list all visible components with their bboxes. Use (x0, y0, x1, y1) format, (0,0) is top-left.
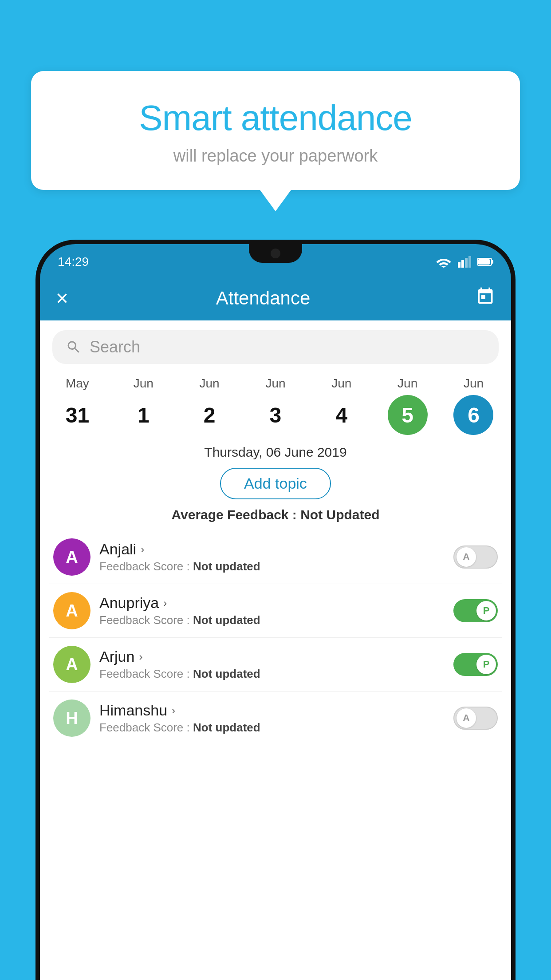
cal-month: Jun (464, 376, 484, 391)
avg-feedback-value: Not Updated (300, 507, 379, 522)
student-name: Himanshu › (99, 702, 445, 719)
toggle-knob: A (457, 547, 476, 567)
selected-date-label: Thursday, 06 June 2019 (40, 445, 511, 460)
attendance-toggle[interactable]: A (453, 707, 498, 730)
app-bar-title: Attendance (68, 288, 458, 309)
close-button[interactable]: × (56, 288, 68, 309)
screen-content: Search May31Jun1Jun2Jun3Jun4Jun5Jun6 Thu… (40, 320, 511, 980)
calendar-day[interactable]: May31 (48, 376, 106, 435)
attendance-toggle[interactable]: P (453, 599, 498, 622)
attendance-toggle[interactable]: P (453, 653, 498, 676)
student-info: Anjali ›Feedback Score : Not updated (99, 541, 445, 573)
toggle-knob: P (476, 601, 496, 620)
cal-month: Jun (265, 376, 285, 391)
cal-date: 4 (322, 395, 362, 435)
search-bar[interactable]: Search (52, 330, 499, 364)
cal-month: Jun (200, 376, 220, 391)
speech-bubble-container: Smart attendance will replace your paper… (31, 71, 520, 190)
phone-inner: 14:29 (40, 244, 511, 980)
cal-date: 5 (388, 395, 428, 435)
cal-date: 6 (453, 395, 493, 435)
student-info: Arjun ›Feedback Score : Not updated (99, 648, 445, 681)
cal-date: 3 (256, 395, 295, 435)
bubble-title: Smart attendance (58, 98, 493, 138)
student-item[interactable]: AAnjali ›Feedback Score : Not updatedA (49, 530, 502, 584)
calendar-strip: May31Jun1Jun2Jun3Jun4Jun5Jun6 (40, 364, 511, 439)
phone-frame: 14:29 (35, 240, 516, 980)
chevron-icon: › (141, 543, 144, 556)
svg-rect-0 (458, 262, 460, 268)
svg-rect-6 (478, 259, 490, 265)
student-info: Anupriya ›Feedback Score : Not updated (99, 594, 445, 627)
signal-icon (458, 256, 471, 268)
avatar: A (53, 538, 91, 576)
status-icons (436, 253, 493, 268)
speech-bubble: Smart attendance will replace your paper… (31, 71, 520, 190)
calendar-day[interactable]: Jun5 (379, 376, 437, 435)
chevron-icon: › (139, 651, 142, 663)
calendar-day[interactable]: Jun1 (114, 376, 172, 435)
student-item[interactable]: AAnupriya ›Feedback Score : Not updatedP (49, 584, 502, 638)
calendar-day[interactable]: Jun4 (313, 376, 370, 435)
cal-month: Jun (398, 376, 417, 391)
student-name: Arjun › (99, 648, 445, 665)
search-icon (66, 339, 82, 355)
cal-date: 2 (189, 395, 229, 435)
toggle-knob: P (476, 655, 496, 674)
calendar-day[interactable]: Jun2 (181, 376, 238, 435)
svg-rect-1 (461, 260, 464, 268)
attendance-toggle[interactable]: A (453, 545, 498, 569)
app-bar: × Attendance (40, 276, 511, 320)
cal-date: 1 (123, 395, 163, 435)
cal-month: Jun (331, 376, 351, 391)
cal-month: Jun (134, 376, 153, 391)
avatar: A (53, 646, 91, 683)
search-placeholder: Search (90, 338, 140, 356)
svg-rect-2 (465, 258, 468, 268)
feedback-score: Feedback Score : Not updated (99, 560, 445, 573)
calendar-day[interactable]: Jun6 (445, 376, 502, 435)
student-item[interactable]: AArjun ›Feedback Score : Not updatedP (49, 638, 502, 692)
student-item[interactable]: HHimanshu ›Feedback Score : Not updatedA (49, 692, 502, 745)
cal-date: 31 (57, 395, 97, 435)
student-info: Himanshu ›Feedback Score : Not updated (99, 702, 445, 735)
add-topic-button[interactable]: Add topic (220, 468, 331, 499)
student-name: Anupriya › (99, 594, 445, 612)
toggle-knob: A (457, 708, 476, 728)
student-name: Anjali › (99, 541, 445, 558)
feedback-score: Feedback Score : Not updated (99, 721, 445, 735)
calendar-day[interactable]: Jun3 (247, 376, 304, 435)
battery-icon (477, 257, 493, 266)
feedback-score: Feedback Score : Not updated (99, 613, 445, 627)
cal-month: May (66, 376, 89, 391)
calendar-icon[interactable] (476, 287, 495, 310)
svg-rect-3 (468, 256, 471, 268)
notch (249, 244, 302, 263)
avatar: A (53, 592, 91, 629)
status-time: 14:29 (58, 251, 89, 269)
svg-rect-5 (492, 260, 493, 264)
avg-feedback-label: Average Feedback : (171, 507, 296, 522)
avg-feedback: Average Feedback : Not Updated (40, 507, 511, 522)
bubble-subtitle: will replace your paperwork (58, 146, 493, 166)
student-list: AAnjali ›Feedback Score : Not updatedAAA… (40, 530, 511, 745)
notch-camera (271, 249, 280, 258)
avatar: H (53, 699, 91, 737)
chevron-icon: › (172, 704, 175, 717)
feedback-score: Feedback Score : Not updated (99, 667, 445, 681)
wifi-icon (436, 256, 452, 268)
chevron-icon: › (163, 597, 167, 609)
